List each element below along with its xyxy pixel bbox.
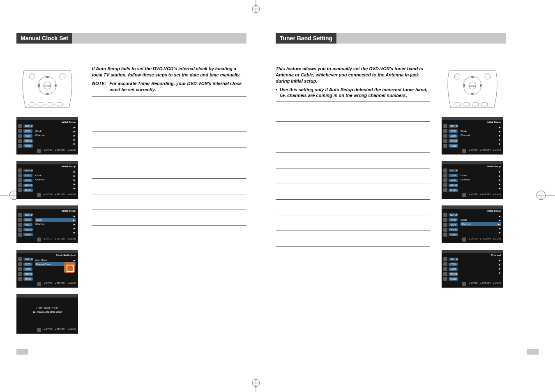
left-title-bar: Manual Clock Set bbox=[16, 33, 246, 44]
left-title-filler bbox=[72, 33, 246, 44]
right-image-column: ENTER Init bbox=[442, 66, 506, 288]
svg-point-20 bbox=[60, 74, 65, 79]
clock-icon bbox=[18, 139, 22, 143]
manual-clock-header: Time Date Year bbox=[36, 307, 58, 309]
left-page: Manual Clock Set ENTER bbox=[16, 33, 246, 334]
calendar-icon bbox=[64, 262, 75, 273]
registration-mark-right-icon bbox=[533, 184, 555, 206]
left-step-lines bbox=[92, 101, 246, 241]
right-text-column: This feature allows you to manually set … bbox=[276, 66, 430, 288]
left-text-column: If Auto Setup fails to set the DVD-VCR's… bbox=[92, 66, 246, 334]
osd-screenshot-manual-clock: Time Date Year 12 : 00am 1/01 2003 WED E… bbox=[16, 294, 78, 334]
tape-icon bbox=[18, 134, 22, 138]
osd-screenshot-clock-adjust: Clock Set/Adjust SETUP DVD VCR PROG FUNC… bbox=[16, 250, 78, 288]
osd-screenshot-3: Initial Setup SETUP DVD VCR PROG FUNC ▶ … bbox=[16, 205, 78, 243]
note-label: NOTE: bbox=[92, 81, 106, 93]
osd-right-3: Initial Setup SETUP DVD VCR PROG FUNC ▶ … bbox=[442, 205, 503, 243]
svg-rect-24 bbox=[56, 103, 62, 106]
right-title-filler bbox=[336, 33, 506, 44]
osd-screenshot-2: Initial Setup SETUP DVD VCR PROG FUNC ▶ … bbox=[16, 161, 78, 199]
right-step-lines bbox=[276, 106, 430, 247]
osd-right-channel: Channel SETUP DVD VCR PROG FUNC ▶ ▶ ▶ bbox=[442, 250, 503, 288]
gear-icon bbox=[18, 124, 22, 128]
osd-right-2: Initial Setup SETUP DVD VCR PROG FUNC ▶ … bbox=[442, 161, 503, 199]
remote-illustration-right: ENTER bbox=[442, 66, 503, 110]
manual-clock-value: 12 : 00am 1/01 2003 WED bbox=[33, 311, 62, 313]
svg-rect-31 bbox=[463, 103, 470, 106]
bullet-icon: • bbox=[276, 87, 277, 99]
osd-right-1: Initial Setup SETUP DVD VCR PROG FUNC ▶ … bbox=[442, 117, 503, 154]
right-bullet: • Use this setting only if Auto Setup de… bbox=[276, 87, 430, 99]
footer-accent-right bbox=[527, 349, 539, 355]
svg-point-28 bbox=[454, 74, 460, 79]
svg-rect-32 bbox=[472, 103, 479, 106]
svg-rect-23 bbox=[47, 103, 53, 106]
page: Manual Clock Set ENTER bbox=[0, 0, 555, 392]
left-note: NOTE: For accurate Timer Recording, your… bbox=[92, 81, 246, 93]
footer-accent-left bbox=[16, 349, 28, 355]
exit-icon bbox=[37, 149, 41, 153]
svg-point-19 bbox=[29, 74, 35, 79]
svg-point-29 bbox=[485, 74, 491, 79]
right-page: Tuner Band Setting This feature allows y… bbox=[276, 33, 506, 288]
remote-illustration: ENTER bbox=[16, 66, 78, 110]
right-bullet-text: Use this setting only if Auto Setup dete… bbox=[280, 87, 430, 99]
osd3-title: Initial Setup bbox=[62, 210, 76, 212]
svg-rect-22 bbox=[38, 103, 44, 106]
svg-rect-33 bbox=[481, 103, 488, 106]
binding-bottom-icon bbox=[244, 378, 268, 392]
note-body: For accurate Timer Recording, your DVD-V… bbox=[109, 81, 246, 93]
svg-rect-30 bbox=[454, 103, 461, 106]
binding-top-icon bbox=[244, 0, 268, 14]
osd4-title: Clock Set/Adjust bbox=[56, 254, 76, 256]
right-title: Tuner Band Setting bbox=[276, 33, 336, 44]
svg-text:ENTER: ENTER bbox=[469, 85, 476, 87]
right-title-bar: Tuner Band Setting bbox=[276, 33, 506, 44]
svg-text:ENTER: ENTER bbox=[44, 85, 51, 87]
svg-rect-21 bbox=[29, 103, 35, 106]
right-intro: This feature allows you to manually set … bbox=[276, 66, 430, 84]
osd1-title: Initial Setup bbox=[62, 121, 76, 123]
func-icon bbox=[18, 144, 22, 148]
osd2-title: Initial Setup bbox=[62, 165, 76, 168]
left-image-column: ENTER Init bbox=[16, 66, 81, 334]
disc-icon bbox=[18, 129, 22, 133]
left-intro: If Auto Setup fails to set the DVD-VCR's… bbox=[92, 66, 246, 78]
osd-screenshot-1: Initial Setup SETUP DVD VCR PROG FUNC ▶ … bbox=[16, 117, 78, 154]
left-title: Manual Clock Set bbox=[16, 33, 72, 44]
